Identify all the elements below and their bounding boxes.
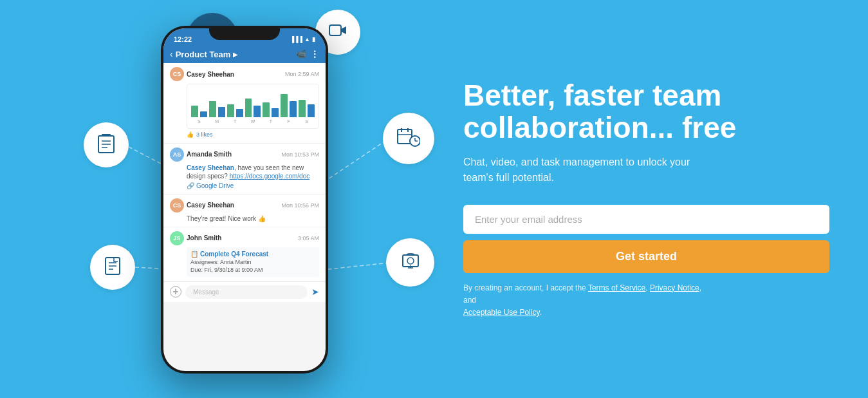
label-sa: S bbox=[299, 118, 315, 124]
wifi-icon: ▲ bbox=[304, 36, 310, 43]
phone-screen: 12:22 ▐▐▐ ▲ ▮ ‹ Product Team ▶ bbox=[163, 28, 326, 371]
msg-content-1: S M T W T F S bbox=[170, 84, 319, 139]
message-input-bar: + Message ➤ bbox=[163, 281, 326, 302]
likes-count: 3 likes bbox=[196, 131, 213, 139]
bar-f2 bbox=[290, 101, 297, 117]
label-w: W bbox=[245, 118, 261, 124]
sender-name-3: Casey Sheehan bbox=[187, 202, 234, 209]
bar-t1 bbox=[227, 104, 234, 117]
message-input[interactable]: Message bbox=[185, 285, 308, 299]
label-t: T bbox=[227, 118, 243, 124]
terms-period: . bbox=[540, 308, 542, 317]
status-icons: ▐▐▐ ▲ ▮ bbox=[290, 36, 315, 43]
bar-m1 bbox=[209, 101, 216, 117]
hero-subtext: Chat, video, and task management to unlo… bbox=[463, 155, 708, 185]
acceptable-use-link[interactable]: Acceptable Use Policy bbox=[463, 308, 540, 317]
msg-time-1: Mon 2:59 AM bbox=[285, 71, 319, 77]
label-f: F bbox=[281, 118, 297, 124]
chat-message-1: CS Casey Sheehan Mon 2:59 AM bbox=[163, 63, 326, 144]
email-input[interactable] bbox=[463, 205, 829, 234]
phone-notch bbox=[209, 26, 280, 40]
bar-s1 bbox=[191, 106, 198, 117]
svg-line-4 bbox=[328, 140, 386, 179]
msg-time-4: 3:05 AM bbox=[298, 235, 319, 242]
bar-w1 bbox=[245, 99, 252, 117]
avatar-casey-1: CS bbox=[170, 67, 184, 81]
svg-point-24 bbox=[407, 258, 414, 264]
input-placeholder: Message bbox=[193, 289, 219, 296]
privacy-notice-link[interactable]: Privacy Notice bbox=[650, 283, 699, 292]
phone-outer: 12:22 ▐▐▐ ▲ ▮ ‹ Product Team ▶ bbox=[161, 26, 328, 374]
hero-headline: Better, faster team collaboration... fre… bbox=[463, 79, 829, 144]
task-item: 📋 Complete Q4 Forecast Assignees: Anna M… bbox=[187, 247, 319, 277]
terms-comma: , bbox=[645, 283, 647, 292]
bar-th2 bbox=[272, 108, 279, 117]
channel-name: Product Team bbox=[176, 50, 231, 59]
circle-tasks bbox=[84, 122, 129, 167]
add-icon[interactable]: + bbox=[170, 286, 181, 298]
label-s: S bbox=[191, 118, 207, 124]
back-icon[interactable]: ‹ bbox=[170, 49, 173, 59]
bar-s2 bbox=[200, 111, 207, 117]
right-cta: Better, faster team collaboration... fre… bbox=[438, 0, 868, 398]
sender-name-1: Casey Sheehan bbox=[187, 71, 234, 78]
label-m: M bbox=[209, 118, 225, 124]
task-icon: 📋 bbox=[190, 250, 198, 258]
circle-cloud bbox=[386, 238, 434, 287]
chart-labels: S M T W T F S bbox=[191, 118, 315, 124]
video-call-icon[interactable]: 📹 bbox=[296, 49, 306, 59]
due-value: Fri, 9/30/18 at 9:00 AM bbox=[205, 267, 263, 273]
more-icon[interactable]: ⋮ bbox=[310, 49, 319, 59]
avatar-amanda: AS bbox=[170, 147, 184, 162]
task-link[interactable]: 📋 Complete Q4 Forecast bbox=[190, 250, 315, 258]
assignees-label: Assignees: bbox=[190, 259, 219, 265]
channel-expand-icon[interactable]: ▶ bbox=[233, 51, 238, 58]
msg-content-4: 📋 Complete Q4 Forecast Assignees: Anna M… bbox=[170, 247, 319, 277]
avatar-casey-2: CS bbox=[170, 198, 184, 213]
status-time: 12:22 bbox=[174, 35, 192, 43]
chat-messages: CS Casey Sheehan Mon 2:59 AM bbox=[163, 63, 326, 281]
cloud-icon bbox=[399, 252, 422, 273]
link-icon: 🔗 bbox=[187, 182, 194, 190]
docs-link[interactable]: https://docs.google.com/doc bbox=[230, 173, 310, 180]
phone-mockup: 12:22 ▐▐▐ ▲ ▮ ‹ Product Team ▶ bbox=[161, 26, 328, 386]
msg-content-3: They're great! Nice work 👍 bbox=[170, 214, 319, 223]
mini-chart: S M T W T F S bbox=[187, 84, 319, 129]
files-icon bbox=[104, 256, 121, 278]
bar-th1 bbox=[263, 102, 270, 117]
svg-line-6 bbox=[328, 263, 389, 269]
svg-rect-23 bbox=[403, 255, 418, 267]
app-header: ‹ Product Team ▶ 📹 ⋮ bbox=[163, 46, 326, 63]
likes-row: 👍 3 likes bbox=[187, 131, 319, 139]
sender-name-2: Amanda Smith bbox=[187, 151, 232, 158]
circle-schedule bbox=[383, 113, 434, 164]
bar-t2 bbox=[236, 109, 243, 117]
terms-text: By creating an account, I accept the Ter… bbox=[463, 282, 708, 319]
header-action-icons: 📹 ⋮ bbox=[296, 49, 319, 59]
send-button[interactable]: ➤ bbox=[311, 287, 319, 297]
signal-icon: ▐▐▐ bbox=[290, 36, 302, 43]
avatar-john: JS bbox=[170, 231, 184, 245]
chat-message-4: JS John Smith 3:05 AM 📋 Complete Q4 Fore… bbox=[163, 227, 326, 281]
schedule-icon bbox=[397, 127, 420, 150]
battery-icon: ▮ bbox=[312, 36, 315, 43]
msg-time-2: Mon 10:53 PM bbox=[281, 151, 319, 158]
task-title: Complete Q4 Forecast bbox=[200, 250, 268, 258]
terms-prefix: By creating an account, I accept the bbox=[463, 283, 586, 292]
label-th: T bbox=[263, 118, 279, 124]
msg-content-2: Casey Sheehan, have you seen the new des… bbox=[170, 164, 319, 190]
due-label: Due: bbox=[190, 267, 203, 273]
bar-w2 bbox=[254, 106, 261, 117]
bar-f1 bbox=[281, 94, 288, 117]
assignees-value: Anna Martin bbox=[220, 259, 252, 265]
circle-files bbox=[90, 245, 135, 290]
svg-rect-10 bbox=[329, 25, 341, 35]
sender-name-4: John Smith bbox=[187, 234, 221, 242]
bar-sa2 bbox=[308, 104, 315, 117]
get-started-button[interactable]: Get started bbox=[463, 240, 829, 273]
google-drive-link[interactable]: 🔗 Google Drive bbox=[187, 182, 319, 190]
bar-m2 bbox=[218, 107, 225, 117]
terms-of-service-link[interactable]: Terms of Service bbox=[588, 283, 645, 292]
drive-label: Google Drive bbox=[196, 182, 234, 190]
chart-bars bbox=[191, 88, 315, 117]
